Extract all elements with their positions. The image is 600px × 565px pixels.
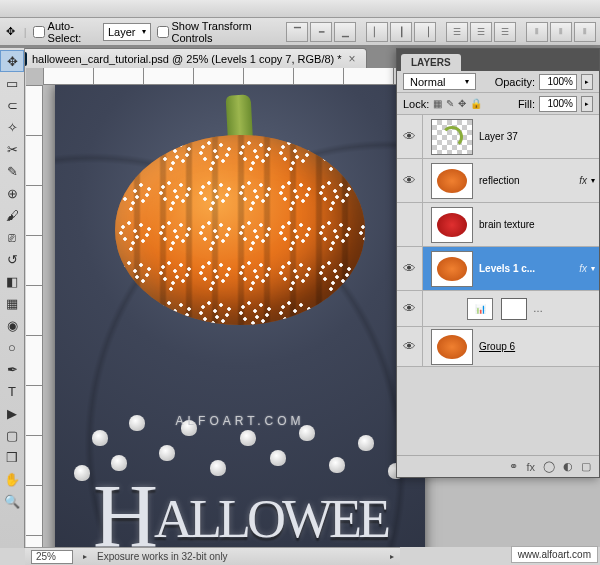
watermark-text: ALFOART.COM bbox=[175, 414, 304, 428]
layer-thumbnail[interactable] bbox=[431, 207, 473, 243]
halloween-title-art: HALLOWEE bbox=[55, 465, 425, 547]
adjustment-layer-icon[interactable]: ◐ bbox=[563, 460, 573, 473]
lock-position-icon[interactable]: ✥ bbox=[458, 98, 466, 109]
zoom-tool[interactable]: 🔍 bbox=[0, 490, 24, 512]
lock-all-icon[interactable]: 🔒 bbox=[470, 98, 482, 109]
fx-badge[interactable]: fx bbox=[579, 263, 587, 274]
adjustment-icon[interactable]: 📊 bbox=[467, 298, 493, 320]
shape-tool[interactable]: ▢ bbox=[0, 424, 24, 446]
document-title: halloween_card_tutorial.psd @ 25% (Level… bbox=[32, 53, 342, 65]
dist-top-button[interactable]: ☰ bbox=[446, 22, 468, 42]
fill-label: Fill: bbox=[518, 98, 535, 110]
link-layers-icon[interactable]: ⚭ bbox=[509, 460, 518, 473]
dodge-tool[interactable]: ○ bbox=[0, 336, 24, 358]
hand-tool[interactable]: ✋ bbox=[0, 468, 24, 490]
stamp-tool[interactable]: ⎚ bbox=[0, 226, 24, 248]
opacity-input[interactable]: 100% bbox=[539, 74, 577, 90]
opacity-slider-button[interactable]: ▸ bbox=[581, 74, 593, 90]
auto-select-mode-dropdown[interactable]: Layer ▾ bbox=[103, 23, 151, 41]
visibility-toggle[interactable]: 👁 bbox=[397, 247, 423, 290]
chevron-down-icon[interactable]: ▾ bbox=[591, 264, 595, 273]
dist-vmid-button[interactable]: ☰ bbox=[470, 22, 492, 42]
align-bottom-button[interactable]: ▁ bbox=[334, 22, 356, 42]
move-tool[interactable]: ✥ bbox=[0, 50, 24, 72]
align-left-button[interactable]: ▏ bbox=[366, 22, 388, 42]
3d-tool[interactable]: ❒ bbox=[0, 446, 24, 468]
menu-bar bbox=[0, 0, 600, 18]
align-vmid-button[interactable]: ━ bbox=[310, 22, 332, 42]
layer-mask-icon[interactable]: ◯ bbox=[543, 460, 555, 473]
lock-label: Lock: bbox=[403, 98, 429, 110]
layer-row[interactable]: 👁 reflection fx ▾ bbox=[397, 159, 599, 203]
align-top-button[interactable]: ▔ bbox=[286, 22, 308, 42]
marquee-tool[interactable]: ▭ bbox=[0, 72, 24, 94]
align-right-button[interactable]: ▕ bbox=[414, 22, 436, 42]
panel-tab-bar: LAYERS bbox=[397, 49, 599, 71]
zoom-input[interactable]: 25% bbox=[31, 550, 73, 564]
layer-name[interactable]: reflection bbox=[479, 175, 579, 186]
vertical-ruler[interactable] bbox=[26, 85, 43, 547]
pumpkin-art bbox=[115, 135, 365, 325]
layer-row[interactable]: 👁 Layer 37 bbox=[397, 115, 599, 159]
chevron-right-icon[interactable]: ▸ bbox=[390, 552, 394, 561]
type-tool[interactable]: T bbox=[0, 380, 24, 402]
layer-mask-thumbnail[interactable] bbox=[501, 298, 527, 320]
visibility-toggle[interactable]: 👁 bbox=[397, 159, 423, 202]
visibility-toggle[interactable]: 👁 bbox=[397, 327, 423, 366]
chevron-down-icon[interactable]: ▾ bbox=[591, 176, 595, 185]
show-transform-checkbox[interactable]: Show Transform Controls bbox=[157, 20, 277, 44]
align-buttons-2: ▏ ┃ ▕ bbox=[366, 22, 436, 42]
blur-tool[interactable]: ◉ bbox=[0, 314, 24, 336]
layer-name[interactable]: brain texture bbox=[479, 219, 599, 230]
layers-panel: LAYERS Normal ▾ Opacity: 100% ▸ Lock: ▦ … bbox=[396, 48, 600, 478]
layer-style-icon[interactable]: fx bbox=[526, 461, 535, 473]
pen-tool[interactable]: ✒ bbox=[0, 358, 24, 380]
layer-row-adjustment[interactable]: 👁 📊 … bbox=[397, 291, 599, 327]
dist-hmid-button[interactable]: ⦀ bbox=[550, 22, 572, 42]
layer-name[interactable]: Levels 1 c... bbox=[479, 263, 579, 274]
close-tab-button[interactable]: × bbox=[347, 52, 358, 66]
layers-tab[interactable]: LAYERS bbox=[401, 54, 461, 71]
group-icon[interactable]: ▢ bbox=[581, 460, 591, 473]
opacity-label: Opacity: bbox=[495, 76, 535, 88]
crop-tool[interactable]: ✂ bbox=[0, 138, 24, 160]
eraser-tool[interactable]: ◧ bbox=[0, 270, 24, 292]
auto-select-checkbox[interactable]: Auto-Select: bbox=[33, 20, 97, 44]
path-select-tool[interactable]: ▶ bbox=[0, 402, 24, 424]
fill-slider-button[interactable]: ▸ bbox=[581, 96, 593, 112]
visibility-toggle[interactable]: 👁 bbox=[397, 291, 423, 327]
chevron-down-icon: ▾ bbox=[142, 27, 146, 36]
healing-tool[interactable]: ⊕ bbox=[0, 182, 24, 204]
dist-left-button[interactable]: ⦀ bbox=[526, 22, 548, 42]
fx-badge[interactable]: fx bbox=[579, 175, 587, 186]
document-tab[interactable]: Ps halloween_card_tutorial.psd @ 25% (Le… bbox=[4, 48, 367, 68]
lock-paint-icon[interactable]: ✎ bbox=[446, 98, 454, 109]
blend-mode-dropdown[interactable]: Normal ▾ bbox=[403, 73, 476, 90]
eyedropper-tool[interactable]: ✎ bbox=[0, 160, 24, 182]
fill-input[interactable]: 100% bbox=[539, 96, 577, 112]
gradient-tool[interactable]: ▦ bbox=[0, 292, 24, 314]
visibility-toggle[interactable] bbox=[397, 203, 423, 246]
brush-tool[interactable]: 🖌 bbox=[0, 204, 24, 226]
more-icon[interactable]: … bbox=[533, 303, 543, 314]
layer-row[interactable]: brain texture bbox=[397, 203, 599, 247]
layer-name[interactable]: Group 6 bbox=[479, 341, 599, 352]
layer-row-group[interactable]: 👁 Group 6 bbox=[397, 327, 599, 367]
dist-right-button[interactable]: ⦀ bbox=[574, 22, 596, 42]
layer-row-selected[interactable]: 👁 Levels 1 c... fx ▾ bbox=[397, 247, 599, 291]
align-hmid-button[interactable]: ┃ bbox=[390, 22, 412, 42]
show-transform-label: Show Transform Controls bbox=[172, 20, 277, 44]
toolbox: ✥ ▭ ⊂ ✧ ✂ ✎ ⊕ 🖌 ⎚ ↺ ◧ ▦ ◉ ○ ✒ T ▶ ▢ ❒ ✋ … bbox=[0, 48, 25, 548]
chevron-right-icon[interactable]: ▸ bbox=[83, 552, 87, 561]
lasso-tool[interactable]: ⊂ bbox=[0, 94, 24, 116]
visibility-toggle[interactable]: 👁 bbox=[397, 115, 423, 158]
dist-bottom-button[interactable]: ☰ bbox=[494, 22, 516, 42]
layer-thumbnail[interactable] bbox=[431, 119, 473, 155]
layer-name[interactable]: Layer 37 bbox=[479, 131, 599, 142]
layer-thumbnail[interactable] bbox=[431, 329, 473, 365]
history-brush-tool[interactable]: ↺ bbox=[0, 248, 24, 270]
layer-thumbnail[interactable] bbox=[431, 251, 473, 287]
layer-thumbnail[interactable] bbox=[431, 163, 473, 199]
magic-wand-tool[interactable]: ✧ bbox=[0, 116, 24, 138]
lock-transparency-icon[interactable]: ▦ bbox=[433, 98, 442, 109]
